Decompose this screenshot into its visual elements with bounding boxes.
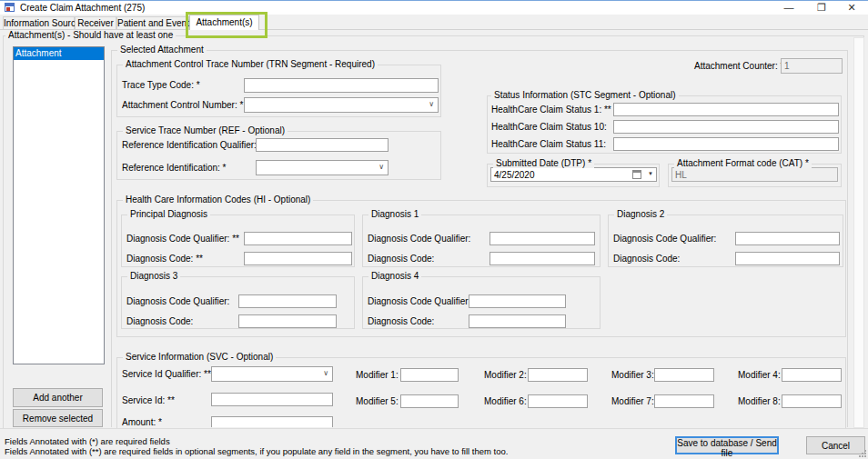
diagnosis2-qualifier-label: Diagnosis Code Qualifier: [613, 234, 716, 244]
diagnosis3-code-label: Diagnosis Code: [126, 316, 193, 327]
save-button[interactable]: Save to database / Send file [675, 436, 779, 454]
diagnosis2-qualifier-input[interactable] [735, 232, 840, 245]
selected-attachment-group-label: Selected Attachment [117, 45, 207, 55]
diagnosis2-code-label: Diagnosis Code: [613, 254, 680, 264]
modifier7-input[interactable] [654, 394, 714, 408]
diagnosis4-label: Diagnosis 4 [368, 271, 421, 281]
submitted-date-picker[interactable]: 4/25/2020 ▼ [490, 167, 657, 182]
service-id-label: Service Id: ** [122, 395, 175, 406]
service-id-input[interactable] [211, 393, 333, 406]
service-id-qualifier-label: Service Id Qualifier: ** [122, 369, 211, 380]
attachment-control-number-combo[interactable]: ∨ [244, 97, 439, 113]
attachment-listbox[interactable]: Attachment [13, 46, 105, 364]
cancel-button[interactable]: Cancel [806, 436, 865, 454]
tab-attachments[interactable]: Attachment(s) [189, 15, 259, 30]
diagnosis3-code-input[interactable] [238, 314, 337, 328]
trace-type-code-label: Trace Type Code: * [122, 80, 200, 91]
submitted-date-value: 4/25/2020 [494, 170, 535, 181]
reference-identification-qualifier-label: Reference Identification Qualifier: * [122, 140, 263, 151]
attachments-group-label: Attachment(s) - Should have at least one [5, 30, 176, 40]
list-item-attachment[interactable]: Attachment [14, 47, 104, 60]
cat-group-label: Attachment Format code (CAT) * [674, 158, 812, 168]
required-fields-note: Fields Annotated with (*) are required f… [5, 436, 170, 446]
modifier3-input[interactable] [654, 368, 714, 382]
claim-status-1-label: HealthCare Claim Status 1: ** [491, 105, 611, 115]
caret-down-icon: ▼ [648, 171, 653, 176]
calendar-icon [632, 170, 641, 179]
principal-code-input[interactable] [244, 252, 352, 265]
diagnosis2-code-input[interactable] [735, 252, 840, 265]
claim-status-11-input[interactable] [613, 137, 839, 151]
tab-patient-and-event[interactable]: Patient and Event [116, 16, 189, 29]
resize-grip-icon[interactable] [859, 450, 866, 457]
diagnosis4-qualifier-input[interactable] [469, 294, 566, 308]
modifier1-input[interactable] [400, 368, 459, 382]
principal-qualifier-input[interactable] [244, 232, 352, 245]
reference-identification-label: Reference Identification: * [122, 163, 227, 174]
chevron-down-icon: ∨ [323, 369, 328, 377]
diagnosis3-qualifier-label: Diagnosis Code Qualifier: [126, 296, 229, 307]
dtp-group-label: Submitted Date (DTP) * [493, 158, 594, 168]
diagnosis1-qualifier-input[interactable] [490, 232, 595, 245]
modifier4-label: Modifier 4: [738, 370, 781, 381]
diagnosis1-code-label: Diagnosis Code: [368, 254, 434, 264]
amount-label: Amount: * [122, 417, 162, 428]
tab-receiver[interactable]: Receiver [75, 16, 116, 29]
hi-group-label: Health Care Information Codes (HI - Opti… [123, 195, 313, 205]
principal-qualifier-label: Diagnosis Code Qualifier: ** [126, 234, 239, 244]
minimize-button[interactable]: — [776, 1, 802, 15]
footer-divider [0, 428, 868, 429]
optional-segment-note: Fields Annotated with (**) are required … [5, 446, 508, 456]
stc-group-label: Status Information (STC Segment - Option… [491, 90, 679, 100]
app-icon [5, 3, 15, 12]
add-another-button[interactable]: Add another [13, 388, 103, 407]
modifier7-label: Modifier 7: [611, 396, 654, 407]
restore-button[interactable]: ❐ [809, 1, 834, 15]
remove-selected-button[interactable]: Remove selected [13, 409, 103, 427]
diagnosis1-label: Diagnosis 1 [368, 209, 421, 219]
diagnosis4-code-label: Diagnosis Code: [368, 316, 434, 327]
claim-status-10-label: HealthCare Claim Status 10: [491, 122, 607, 133]
modifier3-label: Modifier 3: [611, 370, 654, 381]
vertical-scrollbar[interactable] [853, 37, 864, 428]
modifier8-input[interactable] [782, 394, 842, 408]
attachment-control-number-label: Attachment Control Number: * [122, 100, 243, 111]
diagnosis2-label: Diagnosis 2 [614, 209, 667, 219]
tab-information-source[interactable]: Information Source [3, 16, 75, 29]
diagnosis1-qualifier-label: Diagnosis Code Qualifier: [368, 234, 470, 244]
svc-group-label: Service Information (SVC - Optional) [123, 352, 276, 362]
diagnosis4-code-input[interactable] [469, 314, 566, 328]
modifier6-input[interactable] [528, 394, 588, 408]
attachment-counter-field [781, 58, 843, 74]
ref-group-label: Service Trace Number (REF - Optional) [123, 125, 288, 135]
modifier5-label: Modifier 5: [356, 396, 399, 407]
trn-group-label: Attachment Control Trace Number (TRN Seg… [123, 59, 378, 69]
window: Create Claim Attachment (275) — ❐ ✕ Info… [0, 0, 868, 459]
claim-status-11-label: HealthCare Claim Status 11: [491, 139, 606, 150]
modifier1-label: Modifier 1: [356, 370, 399, 381]
title-bar: Create Claim Attachment (275) — ❐ ✕ [0, 1, 868, 15]
principal-code-label: Diagnosis Code: ** [126, 254, 203, 264]
chevron-down-icon: ∨ [429, 100, 434, 108]
attachment-counter-label: Attachment Counter: * [694, 61, 783, 72]
diagnosis1-code-input[interactable] [490, 252, 595, 265]
trace-type-code-input[interactable] [244, 78, 439, 93]
reference-identification-combo[interactable]: ∨ [256, 160, 389, 175]
principal-diagnosis-label: Principal Diagnosis [127, 209, 210, 219]
modifier2-input[interactable] [528, 368, 588, 382]
modifier4-input[interactable] [782, 368, 842, 382]
modifier8-label: Modifier 8: [738, 396, 781, 407]
modifier5-input[interactable] [400, 394, 459, 408]
modifier6-label: Modifier 6: [484, 396, 527, 407]
close-button[interactable]: ✕ [839, 1, 864, 15]
amount-input[interactable] [211, 416, 333, 427]
reference-identification-qualifier-input[interactable] [256, 138, 389, 152]
diagnosis3-qualifier-input[interactable] [238, 294, 337, 308]
diagnosis4-qualifier-label: Diagnosis Code Qualifier: [368, 296, 470, 307]
date-dropdown-button[interactable]: ▼ [632, 170, 654, 180]
service-id-qualifier-combo[interactable]: ∨ [211, 366, 333, 382]
claim-status-10-input[interactable] [613, 120, 839, 134]
chevron-down-icon: ∨ [378, 163, 384, 171]
claim-status-1-input[interactable] [613, 103, 839, 116]
diagnosis3-label: Diagnosis 3 [127, 271, 180, 281]
